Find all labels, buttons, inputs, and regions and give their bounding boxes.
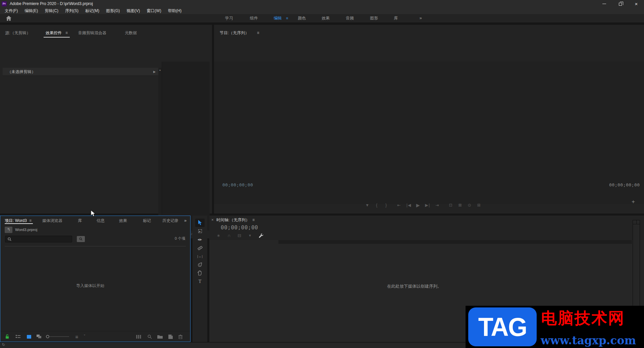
timeline-panel-title[interactable]: 时间轴:（无序列）: [216, 217, 250, 223]
tag-logo-text: TAG: [478, 312, 527, 342]
divider: [5, 246, 186, 246]
timeline-add-marker-icon[interactable]: ▼: [248, 234, 252, 237]
sort-chevron-icon[interactable]: ˇ: [82, 331, 87, 342]
workspace-tab-graphics[interactable]: 图形: [370, 14, 378, 22]
type-tool[interactable]: T: [195, 277, 205, 286]
timeline-settings-wrench-icon[interactable]: [259, 233, 264, 238]
slip-tool[interactable]: ∣↔∣: [195, 252, 205, 260]
icon-view-icon[interactable]: [25, 331, 33, 342]
button-editor-icon[interactable]: ⊞: [476, 203, 481, 208]
project-root-icon[interactable]: ↰: [5, 227, 12, 233]
step-back-icon[interactable]: ∣◀: [406, 203, 411, 208]
lift-icon[interactable]: ⊡: [448, 203, 453, 208]
step-forward-icon[interactable]: ▶∣: [425, 203, 430, 208]
timeline-panel-menu-icon[interactable]: ≡: [252, 218, 255, 222]
program-duration-timecode: 00;00;00;00: [609, 182, 640, 187]
workspace-overflow-icon[interactable]: »: [419, 14, 422, 22]
timeline-close-icon[interactable]: ×: [211, 218, 214, 222]
expand-icon[interactable]: ▶: [153, 68, 156, 76]
workspace-tab-audio[interactable]: 音频: [346, 14, 354, 22]
home-icon[interactable]: [6, 16, 11, 21]
mark-in-icon[interactable]: {: [374, 203, 379, 208]
close-button[interactable]: ×: [629, 0, 644, 7]
menu-edit[interactable]: 编辑(E): [21, 7, 41, 14]
workspace-tab-assembly[interactable]: 组件: [250, 14, 258, 22]
menu-graphics[interactable]: 图形(G): [103, 7, 123, 14]
menu-file[interactable]: 文件(F): [1, 7, 21, 14]
insert-overwrite-icon[interactable]: ∗: [217, 233, 220, 238]
search-bin-button[interactable]: [77, 236, 85, 242]
restore-button[interactable]: [612, 0, 628, 7]
effect-controls-scrollbar[interactable]: ▲: [158, 68, 162, 230]
add-marker-icon[interactable]: ▼: [365, 203, 370, 208]
automate-to-sequence-icon[interactable]: [135, 331, 143, 342]
program-panel-title[interactable]: 节目:（无序列）: [220, 29, 249, 37]
tab-source[interactable]: 源:（无剪辑）: [5, 29, 30, 37]
watermark-site-url: www.tagxp.com: [541, 334, 641, 347]
snap-icon[interactable]: ∩: [227, 233, 230, 238]
tab-effect-controls[interactable]: 效果控件: [46, 29, 62, 37]
project-file-name[interactable]: Word3.prproj: [15, 227, 37, 233]
menu-help[interactable]: 帮助(H): [165, 7, 185, 14]
menu-sequence[interactable]: 序列(S): [62, 7, 82, 14]
search-input[interactable]: [13, 237, 70, 241]
new-item-icon[interactable]: [167, 331, 174, 342]
item-count: 0 个项: [175, 236, 185, 241]
ripple-edit-tool[interactable]: ◀▶: [195, 235, 205, 244]
go-to-in-icon[interactable]: ⇤: [396, 203, 401, 208]
tab-metadata[interactable]: 元数据: [125, 29, 137, 37]
new-bin-icon[interactable]: [156, 331, 164, 342]
export-frame-icon[interactable]: ⊙: [467, 203, 472, 208]
premiere-app-window: Pr Adobe Premiere Pro 2020 - D:\pr\Word3…: [0, 0, 644, 348]
program-panel-menu-icon[interactable]: ≡: [257, 29, 259, 37]
scroll-up-icon[interactable]: ▲: [158, 68, 162, 71]
menu-clip[interactable]: 剪辑(C): [41, 7, 62, 14]
scrollbar-zoom-handle[interactable]: [633, 220, 640, 224]
play-icon[interactable]: ▶: [416, 202, 420, 208]
menu-view[interactable]: 视图(V): [123, 7, 143, 14]
linked-selection-icon[interactable]: ⊟: [237, 233, 241, 238]
minimize-button[interactable]: [596, 0, 612, 7]
project-writable-lock-icon[interactable]: [4, 331, 10, 342]
go-to-out-icon[interactable]: ⇥: [435, 203, 439, 208]
tab-audio-clip-mixer[interactable]: 音频剪辑混合器: [78, 29, 106, 37]
freeform-view-icon[interactable]: [35, 331, 43, 342]
tab-history[interactable]: 历史记录: [162, 217, 180, 225]
workspace-tab-effects[interactable]: 效果: [322, 14, 330, 22]
workspace-tab-editing[interactable]: 编辑: [274, 14, 282, 22]
list-view-icon[interactable]: [14, 331, 22, 342]
razor-tool[interactable]: [195, 244, 205, 252]
project-panel: 项目: Word3 ≡ 媒体浏览器 库 信息 效果 标记 历史记录 » ↰ Wo…: [0, 216, 191, 342]
close-icon: ×: [635, 1, 638, 6]
mark-out-icon[interactable]: }: [384, 203, 388, 208]
add-button-icon[interactable]: +: [632, 198, 635, 205]
workspace-tab-learn[interactable]: 学习: [225, 14, 233, 22]
track-select-forward-tool[interactable]: ▸: [195, 227, 205, 235]
sort-icon[interactable]: ≡: [73, 331, 80, 342]
timeline-vertical-scrollbar[interactable]: [633, 220, 640, 307]
menu-marker[interactable]: 标记(M): [82, 7, 103, 14]
panel-menu-icon[interactable]: ≡: [65, 29, 68, 37]
find-icon[interactable]: [146, 331, 153, 342]
tab-libraries[interactable]: 库: [78, 217, 82, 225]
pen-tool[interactable]: [195, 260, 205, 269]
tab-effects[interactable]: 效果: [119, 217, 127, 225]
project-overflow-icon[interactable]: »: [184, 217, 186, 224]
workspace-tab-libraries[interactable]: 库: [394, 14, 398, 22]
extract-icon[interactable]: ⊠: [458, 203, 462, 208]
menu-window[interactable]: 窗口(W): [143, 7, 164, 14]
program-position-timecode[interactable]: 00;00;00;00: [222, 182, 253, 187]
delete-icon[interactable]: [177, 331, 184, 342]
workspace-tab-color[interactable]: 颜色: [298, 14, 306, 22]
zoom-slider[interactable]: [45, 331, 70, 342]
timeline-timecode[interactable]: 00;00;00;00: [221, 224, 258, 231]
tab-markers[interactable]: 标记: [143, 217, 151, 225]
timeline-ruler[interactable]: [278, 240, 632, 244]
active-tab-underline: [44, 37, 70, 38]
workspace-menu-icon[interactable]: ≡: [286, 14, 288, 22]
hand-tool[interactable]: [195, 269, 205, 277]
tab-media-browser[interactable]: 媒体浏览器: [42, 217, 62, 225]
selection-tool[interactable]: [195, 219, 205, 227]
sync-status-icon[interactable]: ↻: [2, 343, 5, 347]
tab-info[interactable]: 信息: [97, 217, 105, 225]
